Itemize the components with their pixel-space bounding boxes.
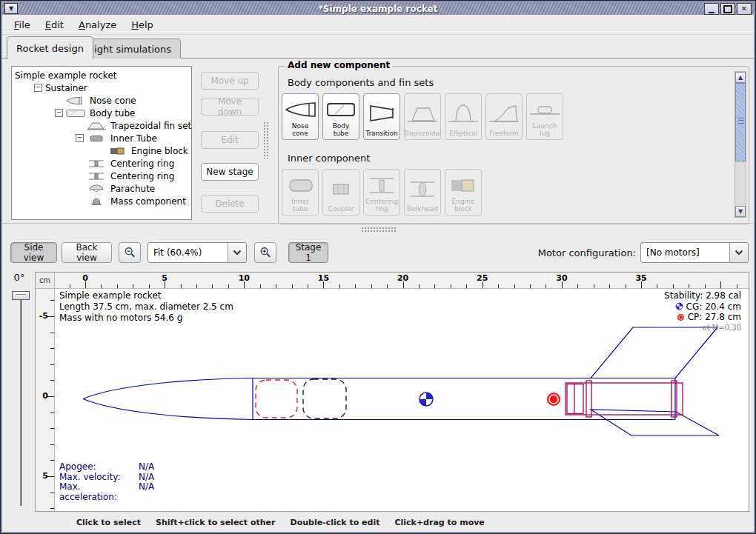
zoom-in-button[interactable] (254, 242, 276, 263)
move-up-button[interactable]: Move up (201, 72, 259, 90)
tree-item-parachute[interactable]: Parachute (12, 182, 191, 195)
delete-button[interactable]: Delete (201, 195, 259, 213)
centering-ring-icon (87, 172, 106, 181)
body-tube-icon (66, 109, 85, 118)
menu-file[interactable]: File (8, 17, 36, 33)
rotation-slider-thumb[interactable] (12, 291, 30, 300)
vertical-splitter-handle[interactable] (263, 121, 269, 158)
tree-item-body-tube[interactable]: − Body tube (12, 107, 191, 119)
tree-item-nose-cone[interactable]: Nose cone (12, 94, 191, 107)
cp-line: CP: 27.8 cm (664, 312, 741, 323)
tree-item-centering-ring-2[interactable]: Centering ring (12, 170, 191, 182)
tree-item-label: Centering ring (110, 158, 174, 169)
new-stage-button[interactable]: New stage (201, 163, 259, 181)
motor-configuration-combobox[interactable]: [No motors] (640, 242, 749, 263)
nose-cone-outline[interactable] (83, 378, 253, 420)
side-view-button[interactable]: Side view (10, 242, 57, 263)
ruler-tick (47, 396, 54, 397)
ruler-tick (451, 284, 451, 288)
stage-1-toggle[interactable]: Stage 1 (288, 242, 328, 263)
rotation-angle-label: 0° (7, 272, 32, 283)
ruler-tick (70, 284, 70, 288)
add-trapezoidal-fin-button[interactable]: Trapezoidal (404, 93, 441, 140)
add-transition-button[interactable]: Transition (363, 93, 400, 140)
menu-help[interactable]: Help (125, 17, 159, 33)
ruler-tick (626, 284, 626, 288)
zoom-in-icon (259, 246, 271, 259)
edit-button[interactable]: Edit (201, 131, 259, 149)
tree-item-rocket[interactable]: Simple example rocket (12, 69, 191, 81)
ruler-tick (720, 281, 721, 288)
motor-configuration-value: [No motors] (641, 247, 729, 258)
scroll-down-icon[interactable]: ▼ (735, 206, 746, 217)
component-tree[interactable]: Simple example rocket − Sustainer Nose c… (11, 66, 192, 220)
fin-upper[interactable] (591, 327, 717, 378)
mass-component-outline[interactable] (303, 379, 346, 418)
add-freeform-fin-button[interactable]: Freeform (485, 93, 523, 140)
chevron-down-icon[interactable] (228, 243, 246, 262)
engine-block-outline[interactable] (567, 384, 583, 414)
parachute-outline[interactable] (256, 380, 297, 418)
centering-ring-fore[interactable] (586, 381, 591, 417)
component-scrollbar[interactable]: ▲ ▼ (735, 71, 746, 218)
inner-component-label: Inner component (288, 153, 370, 164)
mass-icon (87, 197, 106, 206)
add-coupler-button[interactable]: Coupler (322, 169, 359, 216)
ruler-tick (355, 284, 356, 288)
menu-edit[interactable]: Edit (39, 17, 70, 33)
tree-item-fin-set[interactable]: Trapezoidal fin set (12, 119, 191, 132)
move-down-button[interactable]: Move down (201, 98, 259, 116)
centering-ring-icon (365, 172, 398, 198)
horizontal-splitter-handle[interactable] (361, 227, 397, 233)
zoom-level-combobox[interactable]: Fit (60.4%) (147, 242, 247, 263)
chevron-down-icon[interactable] (729, 243, 748, 262)
engine-block-icon (107, 147, 127, 156)
add-centering-ring-button[interactable]: Centering ring (363, 169, 400, 216)
tree-item-mass-component[interactable]: Mass component (12, 195, 191, 207)
tree-item-inner-tube[interactable]: − Inner Tube (12, 132, 191, 144)
ruler-tick (50, 444, 54, 445)
add-bulkhead-button[interactable]: Bulkhead (404, 169, 441, 216)
maximize-button[interactable] (720, 3, 735, 15)
tab-rocket-design[interactable]: Rocket design (7, 36, 93, 59)
add-launch-lug-button[interactable]: Launch lug (526, 93, 563, 140)
tree-item-engine-block[interactable]: Engine block (12, 144, 191, 157)
ruler-tick (50, 364, 54, 365)
parachute-icon (87, 184, 106, 193)
title-bar[interactable]: ▼ *Simple example rocket ✕ (2, 2, 754, 16)
ruler-tick (705, 284, 706, 288)
add-body-tube-button[interactable]: Body tube (322, 93, 359, 140)
zoom-out-button[interactable] (119, 242, 141, 263)
rocket-canvas[interactable]: Simple example rocket Length 37.5 cm, ma… (55, 289, 749, 511)
ruler-tick (466, 284, 467, 288)
add-elliptical-fin-button[interactable]: Elliptical (445, 93, 482, 140)
ruler-unit-label: cm (36, 273, 55, 289)
menu-analyze[interactable]: Analyze (73, 17, 122, 33)
ruler-tick (260, 284, 261, 288)
body-components-label: Body components and fin sets (288, 77, 434, 88)
scrollbar-thumb[interactable] (735, 83, 746, 161)
add-inner-tube-button[interactable]: Inner tube (282, 169, 319, 216)
minimize-button[interactable] (704, 3, 719, 15)
tree-item-sustainer[interactable]: − Sustainer (12, 81, 191, 94)
collapse-icon[interactable]: − (34, 84, 42, 92)
add-engine-block-button[interactable]: Engine block (445, 169, 482, 216)
body-tube-outline[interactable] (253, 378, 675, 420)
tree-item-centering-ring-1[interactable]: Centering ring (12, 157, 191, 170)
window-title: *Simple example rocket (2, 4, 754, 14)
close-button[interactable]: ✕ (737, 3, 752, 15)
cg-line: CG: 20.4 cm (664, 301, 741, 313)
ruler-label: 5 (162, 273, 168, 283)
scroll-up-icon[interactable]: ▲ (735, 72, 746, 83)
collapse-icon[interactable]: − (55, 109, 63, 117)
ruler-tick (50, 493, 54, 493)
hint-double-click: Double-click to edit (291, 518, 380, 527)
add-nose-cone-button[interactable]: Nose cone (282, 93, 319, 140)
rotation-slider[interactable] (20, 300, 23, 506)
close-icon: ✕ (741, 5, 747, 13)
back-view-button[interactable]: Back view (62, 242, 112, 263)
ruler-tick (546, 284, 546, 288)
collapse-icon[interactable]: − (76, 134, 84, 142)
fin-lower[interactable] (591, 410, 719, 435)
rocket-mass: Mass with no motors 54.6 g (59, 313, 233, 324)
